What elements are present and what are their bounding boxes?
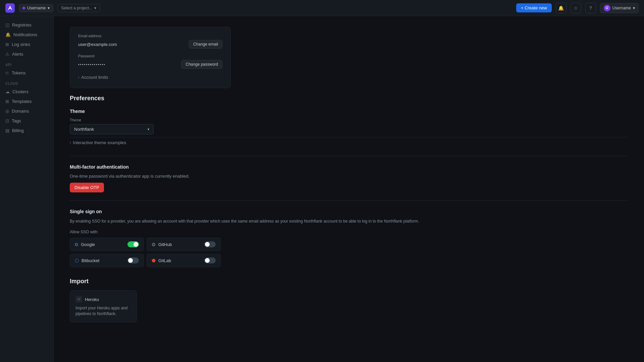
- disable-otp-button[interactable]: Disable OTP: [70, 183, 104, 192]
- create-new-label: + Create new: [521, 5, 547, 10]
- github-toggle-knob: [205, 242, 210, 247]
- sidebar-item-tokens[interactable]: ⊂ Tokens: [0, 68, 53, 78]
- gitlab-label: GitLab: [158, 258, 202, 263]
- interactive-theme-chevron: ›: [70, 141, 71, 144]
- sidebar-item-label: Billing: [12, 128, 24, 133]
- api-section-label: API: [0, 59, 53, 68]
- log-sinks-icon: ⊞: [5, 42, 9, 47]
- email-value: user@example.com: [78, 42, 185, 47]
- preferences-title: Preferences: [70, 95, 628, 102]
- templates-icon: ⊞: [5, 99, 9, 104]
- gitlab-toggle[interactable]: [204, 257, 216, 263]
- sso-item-google: G Google: [70, 238, 144, 251]
- main-content: Email address user@example.com Change em…: [54, 16, 644, 362]
- project-selector[interactable]: Select a project... ▾: [57, 4, 100, 12]
- google-toggle[interactable]: [127, 241, 139, 247]
- sidebar-item-tags[interactable]: ⊡ Tags: [0, 116, 53, 126]
- github-toggle[interactable]: [204, 241, 216, 247]
- user-avatar-menu[interactable]: U Username ▾: [600, 3, 639, 13]
- divider-1: [70, 156, 628, 156]
- sidebar-item-templates[interactable]: ⊞ Templates: [0, 97, 53, 106]
- user-chevron: ▾: [48, 6, 50, 10]
- project-chevron: ▾: [94, 6, 96, 10]
- password-row: •••••••••••••• Change password: [78, 60, 222, 69]
- domains-icon: ◎: [5, 109, 9, 114]
- bell-icon: 🔔: [558, 5, 564, 11]
- notifications-icon: 🔔: [5, 32, 11, 37]
- import-section: Import H Heroku Import your Heroku apps …: [70, 278, 628, 322]
- sidebar-item-notifications[interactable]: 🔔 Notifications: [0, 30, 53, 40]
- mfa-desc: One-time password via authenticator app …: [70, 174, 628, 179]
- bitbucket-icon: ⬡: [75, 258, 79, 263]
- app-logo: [5, 3, 15, 13]
- email-row: user@example.com Change email: [78, 40, 222, 49]
- github-icon: ⊙: [152, 242, 156, 247]
- sso-item-github: ⊙ GitHub: [147, 238, 221, 251]
- sidebar-item-label: Registries: [12, 22, 32, 27]
- theme-section: Theme Theme Northflank ▾ › Interactive t…: [70, 109, 628, 148]
- billing-icon: ▤: [5, 128, 9, 133]
- heroku-name: Heroku: [85, 297, 99, 302]
- google-icon: G: [75, 242, 78, 247]
- account-limits-label: Account limits: [81, 75, 108, 80]
- google-label: Google: [81, 242, 125, 247]
- sidebar-item-domains[interactable]: ◎ Domains: [0, 106, 53, 116]
- topnav: Username ▾ Select a project... ▾ + Creat…: [0, 0, 644, 16]
- sidebar-item-label: Notifications: [13, 32, 37, 37]
- clusters-icon: ☁: [5, 89, 10, 94]
- avatar-label: Username: [612, 6, 631, 10]
- bitbucket-toggle[interactable]: [127, 257, 139, 263]
- starred-button[interactable]: ☆: [571, 3, 581, 13]
- theme-label: Theme: [70, 118, 628, 122]
- bitbucket-toggle-knob: [128, 258, 133, 263]
- star-icon: ☆: [574, 5, 578, 11]
- sidebar-item-billing[interactable]: ▤ Billing: [0, 126, 53, 135]
- heroku-desc: Import your Heroku apps and pipelines to…: [75, 305, 131, 317]
- notifications-button[interactable]: 🔔: [556, 3, 567, 13]
- gitlab-toggle-knob: [205, 258, 210, 263]
- sidebar-item-log-sinks[interactable]: ⊞ Log sinks: [0, 40, 53, 49]
- change-password-button[interactable]: Change password: [181, 60, 222, 69]
- change-email-button[interactable]: Change email: [189, 40, 222, 49]
- sidebar-item-registries[interactable]: ◫ Registries: [0, 20, 53, 30]
- create-new-button[interactable]: + Create new: [516, 3, 552, 12]
- tokens-icon: ⊂: [5, 70, 9, 75]
- sidebar-item-alerts[interactable]: ⚠ Alerts: [0, 49, 53, 59]
- account-limits-row[interactable]: › Account limits: [78, 73, 222, 81]
- user-menu[interactable]: Username ▾: [19, 4, 53, 12]
- sso-allow-label: Allow SSO with:: [70, 230, 628, 234]
- mfa-subtitle: Multi-factor authentication: [70, 164, 628, 170]
- import-title: Import: [70, 278, 628, 285]
- password-label: Password: [78, 54, 222, 58]
- theme-subtitle: Theme: [70, 109, 628, 114]
- help-icon: ?: [589, 5, 592, 11]
- tags-icon: ⊡: [5, 118, 9, 123]
- heroku-import-card[interactable]: H Heroku Import your Heroku apps and pip…: [70, 290, 137, 322]
- divider-2: [70, 200, 628, 201]
- sidebar-item-label: Clusters: [12, 89, 29, 94]
- interactive-theme-link[interactable]: › Interactive theme examples: [70, 137, 628, 148]
- sso-desc: By enabling SSO for a provider, you are …: [70, 218, 628, 224]
- theme-chevron: ▾: [148, 127, 149, 131]
- google-toggle-knob: [133, 242, 138, 247]
- heroku-icon: H: [75, 296, 82, 303]
- heroku-card-header: H Heroku: [75, 296, 131, 303]
- avatar-chevron: ▾: [633, 6, 635, 10]
- sidebar-item-label: Domains: [12, 109, 29, 114]
- sidebar: ◫ Registries 🔔 Notifications ⊞ Log sinks…: [0, 16, 54, 362]
- theme-selected-value: Northflank: [74, 127, 94, 132]
- project-label: Select a project...: [61, 6, 92, 10]
- help-button[interactable]: ?: [585, 3, 596, 13]
- sidebar-item-label: Templates: [12, 99, 32, 104]
- sso-section: Single sign on By enabling SSO for a pro…: [70, 209, 628, 267]
- sidebar-item-clusters[interactable]: ☁ Clusters: [0, 87, 53, 97]
- theme-select[interactable]: Northflank ▾: [70, 124, 154, 134]
- cloud-section-label: CLOUD: [0, 78, 53, 87]
- sso-item-bitbucket: ⬡ Bitbucket: [70, 254, 144, 267]
- bitbucket-label: Bitbucket: [82, 258, 125, 263]
- github-label: GitHub: [158, 242, 202, 247]
- sso-grid: G Google ⊙ GitHub ⬡ Bitbuc: [70, 238, 221, 267]
- registries-icon: ◫: [5, 22, 9, 27]
- sidebar-item-label: Tokens: [12, 70, 25, 75]
- email-label: Email address: [78, 34, 222, 38]
